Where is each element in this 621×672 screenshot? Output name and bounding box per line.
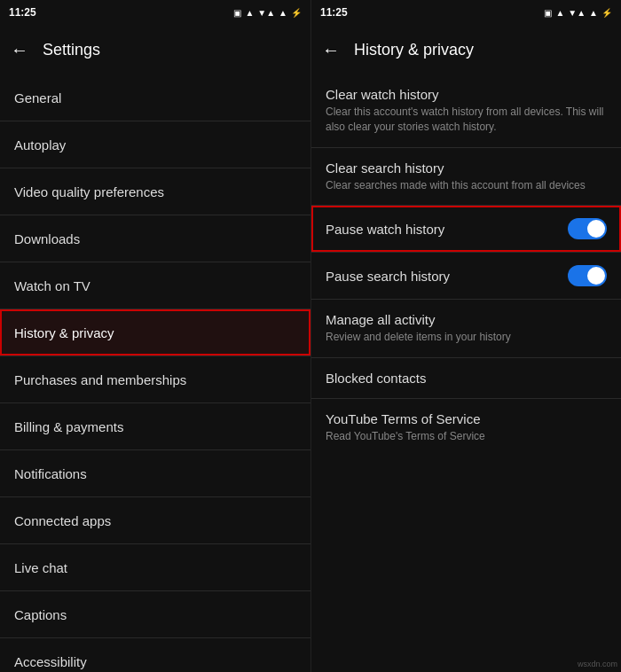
privacy-item[interactable]: Manage all activityReview and delete ite…: [311, 300, 621, 357]
status-bar-left: 11:25 ▣ ▲ ▼▲ ▲ ⚡: [0, 0, 310, 25]
privacy-item-subtitle: Review and delete items in your history: [326, 330, 607, 345]
settings-item[interactable]: Captions: [0, 591, 310, 637]
settings-item-label: Billing & payments: [14, 419, 123, 434]
settings-item-label: Notifications: [14, 466, 87, 481]
battery-icon-r: ⚡: [601, 8, 612, 18]
settings-header: ← Settings: [0, 25, 310, 74]
settings-item[interactable]: Notifications: [0, 450, 310, 496]
settings-item-label: Purchases and memberships: [14, 372, 186, 387]
watermark: wsxdn.com: [578, 660, 617, 668]
privacy-item[interactable]: Clear search historyClear searches made …: [311, 148, 621, 206]
privacy-item-title: Manage all activity: [326, 312, 607, 327]
privacy-item-subtitle: Clear searches made with this account fr…: [326, 178, 607, 193]
settings-item-label: Live chat: [14, 560, 67, 575]
settings-item[interactable]: History & privacy: [0, 309, 310, 356]
settings-item-label: Watch on TV: [14, 278, 90, 293]
settings-list: GeneralAutoplayVideo quality preferences…: [0, 74, 310, 672]
privacy-item-title: Blocked contacts: [326, 371, 607, 386]
history-title: History & privacy: [354, 41, 474, 59]
settings-item[interactable]: Live chat: [0, 544, 310, 590]
settings-item[interactable]: Connected apps: [0, 497, 310, 543]
privacy-item-row: Clear watch historyClear this account's …: [326, 87, 607, 135]
privacy-item[interactable]: Pause watch history: [311, 206, 621, 252]
privacy-item-row: YouTube Terms of ServiceRead YouTube's T…: [326, 411, 607, 444]
settings-item[interactable]: Watch on TV: [0, 262, 310, 309]
wifi-icon-r: ▲: [555, 8, 564, 18]
back-button-right[interactable]: ←: [322, 40, 340, 60]
settings-item[interactable]: Billing & payments: [0, 403, 310, 449]
wifi-icon: ▲: [245, 8, 254, 18]
privacy-item-row: Clear search historyClear searches made …: [326, 160, 607, 193]
status-bar-right: 11:25 ▣ ▲ ▼▲ ▲ ⚡: [311, 0, 621, 25]
toggle-knob: [587, 267, 605, 285]
privacy-item-row: Manage all activityReview and delete ite…: [326, 312, 607, 345]
privacy-item[interactable]: YouTube Terms of ServiceRead YouTube's T…: [311, 399, 621, 457]
privacy-item-row: Pause search history: [326, 265, 607, 286]
privacy-item-title: Pause watch history: [326, 222, 557, 237]
signal-bars-icon-r: ▲: [589, 8, 598, 18]
signal-bars-icon: ▲: [279, 8, 287, 18]
privacy-item[interactable]: Pause search history: [311, 253, 621, 299]
settings-item[interactable]: Purchases and memberships: [0, 356, 310, 402]
status-icons-left: ▣ ▲ ▼▲ ▲ ⚡: [233, 8, 302, 18]
settings-item[interactable]: General: [0, 74, 310, 121]
settings-item-label: General: [14, 90, 61, 105]
status-icons-right: ▣ ▲ ▼▲ ▲ ⚡: [544, 8, 612, 18]
toggle-switch[interactable]: [568, 265, 607, 286]
toggle-switch[interactable]: [568, 218, 607, 239]
history-privacy-panel: 11:25 ▣ ▲ ▼▲ ▲ ⚡ ← History & privacy Cle…: [310, 0, 621, 672]
toggle-knob: [587, 220, 605, 238]
battery-icon: ⚡: [291, 8, 302, 18]
settings-item[interactable]: Video quality preferences: [0, 168, 310, 215]
status-time-right: 11:25: [320, 6, 348, 19]
privacy-item[interactable]: Blocked contacts: [311, 358, 621, 398]
settings-item-label: Autoplay: [14, 137, 66, 152]
privacy-item-subtitle: Clear this account's watch history from …: [326, 105, 607, 135]
notification-icon: ▣: [233, 8, 241, 18]
back-button[interactable]: ←: [11, 40, 28, 60]
signal-icon-r: ▼▲: [568, 8, 586, 18]
settings-item-label: History & privacy: [14, 325, 114, 340]
settings-item[interactable]: Autoplay: [0, 121, 310, 168]
history-header: ← History & privacy: [311, 25, 621, 74]
settings-item-label: Downloads: [14, 231, 80, 246]
settings-title: Settings: [43, 41, 100, 59]
status-time-left: 11:25: [9, 6, 36, 19]
settings-panel: 11:25 ▣ ▲ ▼▲ ▲ ⚡ ← Settings GeneralAutop…: [0, 0, 310, 672]
signal-icon: ▼▲: [257, 8, 275, 18]
privacy-item-subtitle: Read YouTube's Terms of Service: [326, 429, 607, 444]
privacy-item-row: Pause watch history: [326, 218, 607, 239]
settings-item[interactable]: Downloads: [0, 215, 310, 262]
settings-item-label: Captions: [14, 607, 67, 622]
privacy-item-title: Clear watch history: [326, 87, 607, 102]
settings-item-label: Connected apps: [14, 513, 111, 528]
privacy-item-title: Pause search history: [326, 269, 557, 284]
settings-item-label: Video quality preferences: [14, 184, 164, 199]
settings-item[interactable]: Accessibility: [0, 638, 310, 672]
settings-item-label: Accessibility: [14, 654, 87, 669]
privacy-item[interactable]: Clear watch historyClear this account's …: [311, 74, 621, 147]
privacy-item-row: Blocked contacts: [326, 371, 607, 386]
privacy-item-title: Clear search history: [326, 160, 607, 176]
notification-icon-r: ▣: [544, 8, 552, 18]
privacy-item-title: YouTube Terms of Service: [326, 411, 607, 426]
privacy-list: Clear watch historyClear this account's …: [311, 74, 621, 672]
